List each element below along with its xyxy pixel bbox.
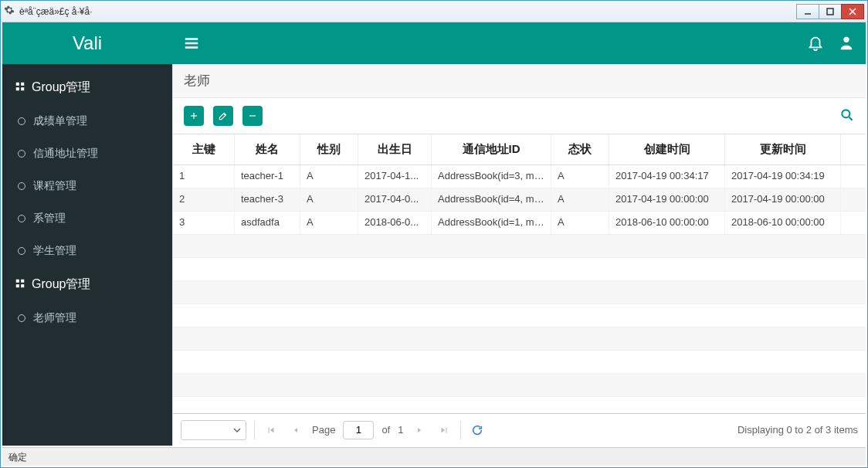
page-label: Page (312, 424, 335, 436)
circle-icon (18, 117, 25, 125)
last-page-button[interactable] (436, 422, 453, 439)
cell-id: 2 (173, 188, 235, 211)
col-updated[interactable]: 更新时间 (725, 134, 841, 164)
sidebar-item-dept[interactable]: 系管理 (2, 202, 172, 235)
sidebar-group-label: Group管理 (32, 80, 90, 96)
col-created[interactable]: 创建时间 (609, 134, 725, 164)
page-size-select[interactable] (181, 420, 246, 440)
sidebar-group-0[interactable]: Group管理 (2, 70, 172, 105)
cell-status: A (551, 165, 609, 188)
cell-created: 2017-04-19 00:34:17 (609, 165, 725, 188)
table-row[interactable]: 2teacher-3A2017-04-0...AddressBook(id=4,… (173, 188, 866, 212)
hamburger-icon[interactable] (183, 35, 200, 52)
cell-status: A (551, 212, 609, 234)
col-status[interactable]: 态状 (551, 134, 609, 164)
sidebar-item-student[interactable]: 学生管理 (2, 235, 172, 267)
total-pages: 1 (398, 424, 403, 436)
add-button[interactable] (184, 106, 204, 126)
cell-name: teacher-3 (235, 188, 300, 211)
refresh-button[interactable] (469, 422, 486, 439)
cell-created: 2018-06-10 00:00:00 (609, 212, 725, 234)
svg-rect-0 (827, 8, 833, 15)
delete-button[interactable] (242, 106, 263, 126)
page-title: 老师 (173, 64, 866, 98)
pager: Page of 1 Displaying 0 to 2 of 3 items (173, 413, 866, 446)
cell-birth: 2017-04-1... (358, 165, 432, 188)
topbar: Vali (2, 22, 866, 64)
sidebar-item-teacher[interactable]: 老师管理 (2, 302, 172, 334)
cell-name: asdfadfa (235, 212, 300, 234)
col-birth[interactable]: 出生日 (358, 134, 432, 164)
svg-point-1 (843, 36, 849, 42)
pager-summary: Displaying 0 to 2 of 3 items (737, 424, 858, 436)
page-input[interactable] (343, 421, 374, 439)
table-row[interactable]: 3asdfadfaA2018-06-0...AddressBook(id=1, … (173, 212, 866, 235)
bell-icon[interactable] (807, 34, 824, 53)
cell-created: 2017-04-19 00:00:00 (609, 188, 725, 211)
circle-icon (18, 182, 25, 190)
table-row (173, 258, 866, 281)
cell-updated: 2017-04-19 00:00:00 (725, 188, 841, 211)
grid-body: 1teacher-1A2017-04-1...AddressBook(id=3,… (173, 165, 866, 413)
sidebar-item-address[interactable]: 信通地址管理 (2, 137, 172, 170)
next-page-button[interactable] (411, 422, 428, 439)
circle-icon (18, 215, 25, 222)
table-row (173, 351, 866, 374)
main-panel: 老师 主键 姓名 性别 出生日 通信地址ID 态状 (172, 64, 866, 446)
col-name[interactable]: 姓名 (235, 134, 300, 164)
table-row (173, 281, 866, 304)
app-window: èªå¨çæä»£ç å·¥å· Vali (0, 0, 868, 468)
close-button[interactable] (841, 4, 864, 19)
cell-addr: AddressBook(id=3, mo... (432, 165, 551, 188)
svg-rect-7 (21, 279, 24, 282)
cell-updated: 2017-04-19 00:34:19 (725, 165, 841, 188)
col-sex[interactable]: 性别 (300, 134, 358, 164)
cell-updated: 2018-06-10 00:00:00 (725, 212, 841, 234)
table-row[interactable]: 1teacher-1A2017-04-1...AddressBook(id=3,… (173, 165, 866, 188)
data-grid: 主键 姓名 性别 出生日 通信地址ID 态状 创建时间 更新时间 1teache… (173, 134, 866, 413)
svg-rect-6 (16, 279, 19, 282)
minimize-button[interactable] (796, 4, 819, 19)
cell-birth: 2018-06-0... (358, 212, 432, 234)
cell-addr: AddressBook(id=4, mo... (432, 188, 551, 211)
cell-birth: 2017-04-0... (358, 188, 432, 211)
svg-rect-4 (16, 87, 19, 90)
sidebar: Group管理 成绩单管理 信通地址管理 课程管理 系管理 学生管理 Group… (2, 64, 172, 446)
statusbar: 确定 (2, 447, 866, 466)
cell-sex: A (300, 188, 358, 211)
table-row (173, 374, 866, 397)
svg-point-10 (842, 110, 849, 117)
gear-icon (4, 5, 15, 18)
cell-status: A (551, 188, 609, 211)
edit-button[interactable] (213, 106, 233, 126)
maximize-button[interactable] (819, 4, 842, 19)
table-row (173, 327, 866, 351)
svg-rect-8 (16, 284, 19, 287)
cell-name: teacher-1 (235, 165, 300, 188)
col-addr[interactable]: 通信地址ID (432, 134, 551, 164)
dashboard-icon (15, 278, 25, 292)
sidebar-item-scores[interactable]: 成绩单管理 (2, 105, 172, 137)
table-row (173, 235, 866, 258)
cell-sex: A (300, 212, 358, 234)
user-icon[interactable] (838, 34, 855, 53)
grid-header: 主键 姓名 性别 出生日 通信地址ID 态状 创建时间 更新时间 (173, 134, 866, 165)
search-button[interactable] (839, 107, 855, 125)
prev-page-button[interactable] (287, 422, 304, 439)
cell-id: 1 (173, 165, 235, 188)
first-page-button[interactable] (263, 422, 280, 439)
titlebar: èªå¨çæä»£ç å·¥å· (1, 1, 867, 22)
col-id[interactable]: 主键 (173, 134, 235, 164)
sidebar-group-label: Group管理 (32, 276, 90, 293)
cell-id: 3 (173, 212, 235, 234)
cell-addr: AddressBook(id=1, mo... (432, 212, 551, 234)
of-label: of (381, 424, 390, 436)
svg-rect-3 (21, 82, 24, 85)
dashboard-icon (15, 81, 25, 95)
svg-rect-9 (21, 284, 24, 287)
sidebar-group-1[interactable]: Group管理 (2, 267, 172, 302)
table-row (173, 304, 866, 327)
sidebar-item-course[interactable]: 课程管理 (2, 170, 172, 202)
svg-rect-5 (21, 87, 24, 90)
toolbar (173, 98, 866, 134)
